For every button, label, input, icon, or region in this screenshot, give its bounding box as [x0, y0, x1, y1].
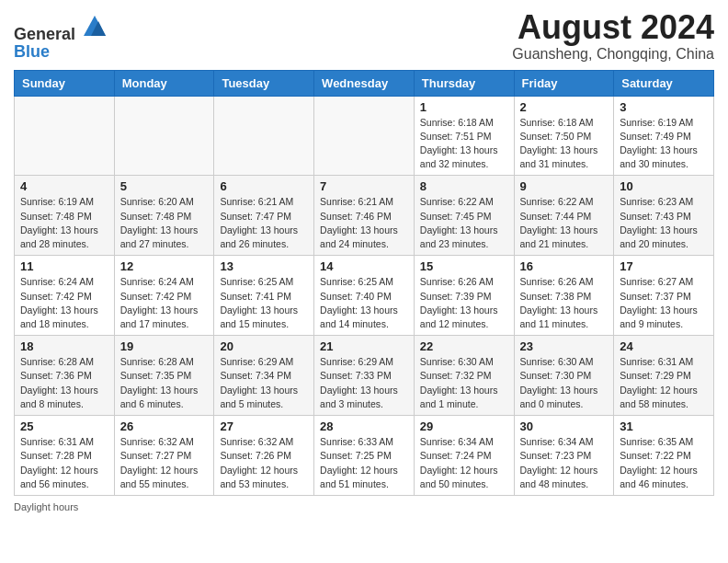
day-number: 27 [220, 419, 308, 433]
logo-blue: Blue [14, 42, 50, 61]
day-info: Sunrise: 6:31 AMSunset: 7:29 PMDaylight:… [620, 355, 708, 411]
day-info: Sunrise: 6:21 AMSunset: 7:46 PMDaylight:… [320, 195, 408, 251]
day-info: Sunrise: 6:19 AMSunset: 7:49 PMDaylight:… [620, 116, 708, 172]
calendar-cell: 22Sunrise: 6:30 AMSunset: 7:32 PMDayligh… [414, 336, 514, 416]
calendar-cell [15, 96, 115, 176]
day-number: 22 [420, 339, 508, 353]
sub-title: Guansheng, Chongqing, China [512, 46, 714, 63]
day-number: 20 [220, 339, 308, 353]
day-info: Sunrise: 6:31 AMSunset: 7:28 PMDaylight:… [20, 435, 108, 491]
calendar-week-row: 4Sunrise: 6:19 AMSunset: 7:48 PMDaylight… [15, 176, 714, 256]
weekday-header-wednesday: Wednesday [314, 70, 415, 96]
calendar-cell [314, 96, 415, 176]
calendar-cell: 12Sunrise: 6:24 AMSunset: 7:42 PMDayligh… [114, 256, 214, 336]
day-info: Sunrise: 6:22 AMSunset: 7:44 PMDaylight:… [520, 195, 609, 251]
day-info: Sunrise: 6:33 AMSunset: 7:25 PMDaylight:… [320, 435, 408, 491]
calendar-table: SundayMondayTuesdayWednesdayThursdayFrid… [14, 70, 714, 496]
calendar-cell: 19Sunrise: 6:28 AMSunset: 7:35 PMDayligh… [114, 336, 214, 416]
calendar-cell: 28Sunrise: 6:33 AMSunset: 7:25 PMDayligh… [314, 416, 415, 496]
day-info: Sunrise: 6:30 AMSunset: 7:32 PMDaylight:… [420, 355, 508, 411]
day-info: Sunrise: 6:26 AMSunset: 7:39 PMDaylight:… [420, 275, 508, 331]
day-number: 2 [520, 100, 609, 114]
day-info: Sunrise: 6:32 AMSunset: 7:27 PMDaylight:… [120, 435, 209, 491]
calendar-header-row: SundayMondayTuesdayWednesdayThursdayFrid… [15, 70, 714, 96]
day-info: Sunrise: 6:34 AMSunset: 7:23 PMDaylight:… [520, 435, 609, 491]
day-info: Sunrise: 6:25 AMSunset: 7:41 PMDaylight:… [220, 275, 308, 331]
calendar-week-row: 11Sunrise: 6:24 AMSunset: 7:42 PMDayligh… [15, 256, 714, 336]
logo-icon [82, 14, 108, 40]
day-info: Sunrise: 6:19 AMSunset: 7:48 PMDaylight:… [20, 195, 108, 251]
calendar-cell: 27Sunrise: 6:32 AMSunset: 7:26 PMDayligh… [214, 416, 314, 496]
day-info: Sunrise: 6:28 AMSunset: 7:35 PMDaylight:… [120, 355, 209, 411]
day-number: 31 [620, 419, 708, 433]
day-number: 8 [420, 179, 508, 193]
day-info: Sunrise: 6:21 AMSunset: 7:47 PMDaylight:… [220, 195, 308, 251]
calendar-cell: 8Sunrise: 6:22 AMSunset: 7:45 PMDaylight… [414, 176, 514, 256]
daylight-label: Daylight hours [14, 501, 78, 512]
calendar-cell: 1Sunrise: 6:18 AMSunset: 7:51 PMDaylight… [414, 96, 514, 176]
calendar-cell [214, 96, 314, 176]
day-number: 17 [620, 259, 708, 273]
day-info: Sunrise: 6:30 AMSunset: 7:30 PMDaylight:… [520, 355, 609, 411]
header: General Blue August 2024 Guansheng, Chon… [14, 9, 714, 63]
day-info: Sunrise: 6:29 AMSunset: 7:33 PMDaylight:… [320, 355, 408, 411]
day-number: 1 [420, 100, 508, 114]
day-info: Sunrise: 6:32 AMSunset: 7:26 PMDaylight:… [220, 435, 308, 491]
day-number: 9 [520, 179, 609, 193]
calendar-week-row: 1Sunrise: 6:18 AMSunset: 7:51 PMDaylight… [15, 96, 714, 176]
day-info: Sunrise: 6:22 AMSunset: 7:45 PMDaylight:… [420, 195, 508, 251]
footer: Daylight hours [14, 501, 714, 512]
day-number: 4 [20, 179, 108, 193]
day-info: Sunrise: 6:23 AMSunset: 7:43 PMDaylight:… [620, 195, 708, 251]
calendar-cell: 24Sunrise: 6:31 AMSunset: 7:29 PMDayligh… [614, 336, 714, 416]
logo: General Blue [14, 14, 108, 61]
day-number: 3 [620, 100, 708, 114]
calendar-cell: 16Sunrise: 6:26 AMSunset: 7:38 PMDayligh… [514, 256, 614, 336]
day-number: 25 [20, 419, 108, 433]
weekday-header-saturday: Saturday [614, 70, 714, 96]
calendar-cell: 20Sunrise: 6:29 AMSunset: 7:34 PMDayligh… [214, 336, 314, 416]
day-number: 16 [520, 259, 609, 273]
main-title: August 2024 [512, 9, 714, 46]
calendar-week-row: 18Sunrise: 6:28 AMSunset: 7:36 PMDayligh… [15, 336, 714, 416]
calendar-cell: 18Sunrise: 6:28 AMSunset: 7:36 PMDayligh… [15, 336, 115, 416]
day-number: 13 [220, 259, 308, 273]
calendar-cell: 7Sunrise: 6:21 AMSunset: 7:46 PMDaylight… [314, 176, 415, 256]
day-number: 30 [520, 419, 609, 433]
day-number: 7 [320, 179, 408, 193]
day-number: 18 [20, 339, 108, 353]
calendar-cell: 15Sunrise: 6:26 AMSunset: 7:39 PMDayligh… [414, 256, 514, 336]
day-info: Sunrise: 6:26 AMSunset: 7:38 PMDaylight:… [520, 275, 609, 331]
day-info: Sunrise: 6:18 AMSunset: 7:51 PMDaylight:… [420, 116, 508, 172]
day-number: 15 [420, 259, 508, 273]
day-number: 24 [620, 339, 708, 353]
day-number: 21 [320, 339, 408, 353]
logo-general: General [14, 25, 75, 43]
day-info: Sunrise: 6:18 AMSunset: 7:50 PMDaylight:… [520, 116, 609, 172]
weekday-header-monday: Monday [114, 70, 214, 96]
day-number: 14 [320, 259, 408, 273]
calendar-cell: 30Sunrise: 6:34 AMSunset: 7:23 PMDayligh… [514, 416, 614, 496]
weekday-header-sunday: Sunday [15, 70, 115, 96]
day-number: 5 [120, 179, 209, 193]
day-number: 23 [520, 339, 609, 353]
calendar-cell: 13Sunrise: 6:25 AMSunset: 7:41 PMDayligh… [214, 256, 314, 336]
calendar-cell [114, 96, 214, 176]
calendar-cell: 2Sunrise: 6:18 AMSunset: 7:50 PMDaylight… [514, 96, 614, 176]
calendar-cell: 10Sunrise: 6:23 AMSunset: 7:43 PMDayligh… [614, 176, 714, 256]
calendar-cell: 21Sunrise: 6:29 AMSunset: 7:33 PMDayligh… [314, 336, 415, 416]
calendar-cell: 31Sunrise: 6:35 AMSunset: 7:22 PMDayligh… [614, 416, 714, 496]
calendar-cell: 3Sunrise: 6:19 AMSunset: 7:49 PMDaylight… [614, 96, 714, 176]
day-number: 29 [420, 419, 508, 433]
weekday-header-friday: Friday [514, 70, 614, 96]
title-area: August 2024 Guansheng, Chongqing, China [512, 9, 714, 63]
day-number: 28 [320, 419, 408, 433]
day-number: 10 [620, 179, 708, 193]
calendar-cell: 25Sunrise: 6:31 AMSunset: 7:28 PMDayligh… [15, 416, 115, 496]
day-info: Sunrise: 6:20 AMSunset: 7:48 PMDaylight:… [120, 195, 209, 251]
day-number: 11 [20, 259, 108, 273]
calendar-cell: 9Sunrise: 6:22 AMSunset: 7:44 PMDaylight… [514, 176, 614, 256]
calendar-cell: 6Sunrise: 6:21 AMSunset: 7:47 PMDaylight… [214, 176, 314, 256]
calendar-week-row: 25Sunrise: 6:31 AMSunset: 7:28 PMDayligh… [15, 416, 714, 496]
calendar-cell: 17Sunrise: 6:27 AMSunset: 7:37 PMDayligh… [614, 256, 714, 336]
